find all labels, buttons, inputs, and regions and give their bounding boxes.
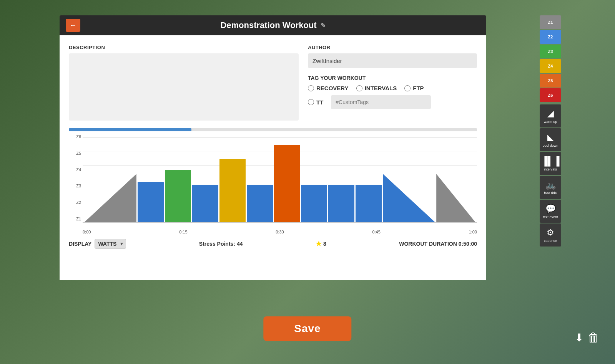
zone-z6[interactable]: Z6 bbox=[540, 88, 561, 102]
duration-value: 0:50:00 bbox=[459, 241, 477, 247]
tag-intervals-label: INTERVALS bbox=[365, 85, 397, 91]
star-icon: ★ bbox=[316, 240, 322, 248]
radio-recovery[interactable] bbox=[308, 85, 314, 91]
y-label-z5: Z5 bbox=[69, 151, 83, 156]
star-rating: ★ 8 bbox=[316, 240, 326, 248]
x-label-0: 0:00 bbox=[83, 230, 91, 234]
bar-7[interactable] bbox=[301, 185, 327, 222]
description-input[interactable] bbox=[69, 53, 299, 121]
tag-ftp-label: FTP bbox=[413, 85, 424, 91]
display-label: DISPLAY bbox=[69, 241, 91, 247]
tag-recovery-label: RECOVERY bbox=[316, 85, 349, 91]
tool-free-ride[interactable]: 🚲 free ride bbox=[540, 176, 561, 199]
intervals-icon: ▐▌▐ bbox=[542, 156, 560, 166]
bar-rampdown[interactable] bbox=[436, 174, 475, 222]
chart-y-labels: Z1 Z2 Z3 Z4 Z5 Z6 bbox=[69, 134, 83, 223]
x-labels: 0:00 0:15 0:30 0:45 1:00 bbox=[83, 223, 477, 234]
tag-tt-label: TT bbox=[316, 99, 323, 106]
workout-duration: WORKOUT DURATION 0:50:00 bbox=[399, 241, 477, 247]
save-button-container: Save bbox=[263, 316, 351, 341]
bar-5[interactable] bbox=[247, 185, 273, 222]
back-button[interactable]: ← bbox=[66, 19, 80, 32]
main-window: ← Demonstration Workout ✎ DESCRIPTION AU… bbox=[60, 15, 486, 280]
bar-2[interactable] bbox=[165, 170, 191, 222]
bottom-bar: DISPLAY WATTS %FTP W/KG ▼ Stress Points:… bbox=[69, 237, 477, 249]
bar-6[interactable] bbox=[274, 145, 300, 222]
save-button[interactable]: Save bbox=[263, 316, 351, 341]
tool-cadence[interactable]: ⚙ cadence bbox=[540, 223, 561, 247]
top-section: DESCRIPTION AUTHOR TAG YOUR WORKOUT RECO… bbox=[69, 45, 477, 122]
radio-intervals[interactable] bbox=[356, 85, 362, 91]
zone-z2[interactable]: Z2 bbox=[540, 30, 561, 44]
bar-9[interactable] bbox=[356, 185, 382, 222]
edit-title-icon[interactable]: ✎ bbox=[321, 22, 326, 29]
x-label-60: 1:00 bbox=[469, 230, 477, 234]
content-area: DESCRIPTION AUTHOR TAG YOUR WORKOUT RECO… bbox=[60, 35, 486, 280]
bottom-right-icons: ⬇ 🗑 bbox=[575, 331, 600, 345]
description-section: DESCRIPTION bbox=[69, 45, 299, 122]
timeline-progress bbox=[69, 128, 191, 131]
y-label-z4: Z4 bbox=[69, 167, 83, 172]
warmup-label: warm up bbox=[544, 120, 557, 124]
x-label-15: 0:15 bbox=[179, 230, 187, 234]
cadence-label: cadence bbox=[544, 239, 557, 243]
cooldown-label: cool down bbox=[543, 144, 558, 147]
tags-row-1: RECOVERY INTERVALS FTP bbox=[308, 85, 477, 91]
y-label-z3: Z3 bbox=[69, 184, 83, 188]
radio-tt[interactable] bbox=[308, 99, 314, 105]
tags-row-2: TT bbox=[308, 95, 477, 109]
chart-container: Z1 Z2 Z3 Z4 Z5 Z6 bbox=[69, 134, 477, 234]
stress-points: Stress Points: 44 bbox=[199, 241, 243, 247]
cooldown-icon: ◣ bbox=[547, 132, 554, 142]
tool-text-event[interactable]: 💬 text event bbox=[540, 200, 561, 223]
bar-1[interactable] bbox=[138, 182, 164, 222]
warmup-icon: ◢ bbox=[547, 109, 554, 119]
intervals-label: intervals bbox=[544, 167, 557, 171]
download-icon[interactable]: ⬇ bbox=[575, 331, 583, 344]
bar-cooldown[interactable] bbox=[383, 174, 435, 222]
zone-z1[interactable]: Z1 bbox=[540, 15, 561, 29]
freeride-icon: 🚲 bbox=[545, 180, 556, 190]
title-bar: ← Demonstration Workout ✎ bbox=[60, 15, 486, 35]
bar-warmup[interactable] bbox=[84, 174, 136, 222]
cadence-icon: ⚙ bbox=[547, 228, 554, 238]
x-label-45: 0:45 bbox=[372, 230, 380, 234]
tag-intervals[interactable]: INTERVALS bbox=[356, 85, 397, 91]
custom-tags-input[interactable] bbox=[331, 95, 431, 109]
display-select[interactable]: WATTS %FTP W/KG bbox=[95, 239, 126, 249]
bars-container bbox=[83, 134, 477, 222]
author-input[interactable] bbox=[308, 53, 477, 68]
zone-z4[interactable]: Z4 bbox=[540, 59, 561, 73]
textevent-icon: 💬 bbox=[545, 204, 556, 214]
y-label-z2: Z2 bbox=[69, 200, 83, 205]
tag-ftp[interactable]: FTP bbox=[404, 85, 424, 91]
bar-8[interactable] bbox=[328, 185, 354, 222]
bar-4[interactable] bbox=[219, 159, 246, 222]
right-sidebar: Z1 Z2 Z3 Z4 Z5 Z6 ◢ warm up ◣ cool down … bbox=[540, 15, 561, 247]
right-section: AUTHOR TAG YOUR WORKOUT RECOVERY INTERVA… bbox=[308, 45, 477, 122]
window-title: Demonstration Workout ✎ bbox=[220, 20, 325, 30]
title-text: Demonstration Workout bbox=[220, 20, 316, 30]
chart-area bbox=[83, 134, 477, 223]
tag-your-workout-label: TAG YOUR WORKOUT bbox=[308, 75, 477, 81]
radio-ftp[interactable] bbox=[404, 85, 411, 91]
trash-icon[interactable]: 🗑 bbox=[587, 331, 600, 345]
tool-cool-down[interactable]: ◣ cool down bbox=[540, 128, 561, 151]
tool-warm-up[interactable]: ◢ warm up bbox=[540, 104, 561, 127]
textevent-label: text event bbox=[543, 215, 558, 219]
description-label: DESCRIPTION bbox=[69, 45, 299, 50]
watts-select-wrapper: WATTS %FTP W/KG ▼ bbox=[95, 239, 126, 249]
duration-label: WORKOUT DURATION bbox=[399, 241, 457, 247]
bar-3[interactable] bbox=[192, 185, 218, 222]
tag-recovery[interactable]: RECOVERY bbox=[308, 85, 349, 91]
display-section: DISPLAY WATTS %FTP W/KG ▼ bbox=[69, 239, 126, 249]
y-label-z1: Z1 bbox=[69, 217, 83, 221]
zone-z5[interactable]: Z5 bbox=[540, 74, 561, 88]
author-label: AUTHOR bbox=[308, 45, 477, 50]
tag-tt[interactable]: TT bbox=[308, 99, 323, 106]
x-label-30: 0:30 bbox=[276, 230, 284, 234]
tool-intervals[interactable]: ▐▌▐ intervals bbox=[540, 152, 561, 175]
star-rating-value: 8 bbox=[323, 241, 326, 247]
zone-z3[interactable]: Z3 bbox=[540, 45, 561, 58]
timeline-bar bbox=[69, 128, 477, 131]
